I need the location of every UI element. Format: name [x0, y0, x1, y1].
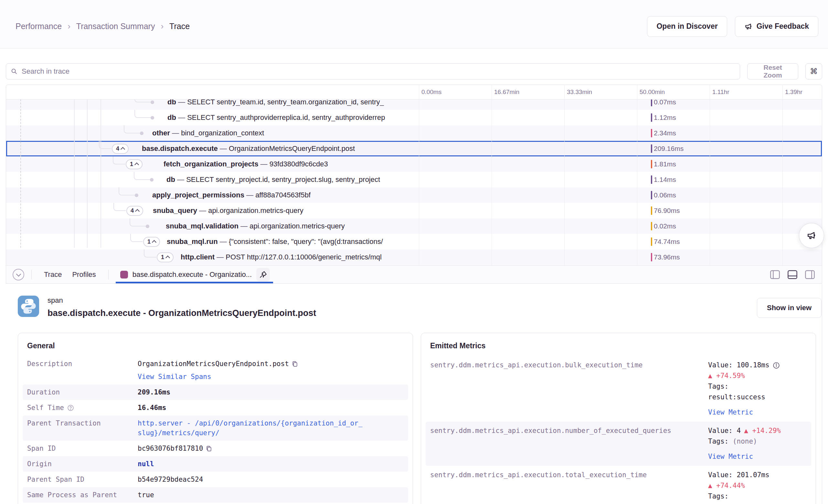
metric-tags-label: Tags: — [708, 382, 729, 390]
metric-row: sentry.ddm.metrics_api.execution.number_… — [426, 422, 811, 466]
detail-row: Description OrganizationMetricsQueryEndp… — [23, 356, 408, 384]
span-children-count-badge[interactable]: 1 — [143, 237, 160, 247]
open-in-discover-button[interactable]: Open in Discover — [647, 16, 727, 37]
reset-zoom-button[interactable]: Reset Zoom — [747, 63, 798, 80]
metric-delta: ▲ +74.44% — [708, 480, 807, 491]
trace-span-row[interactable]: 1 snuba_mql.run — {"consistent": false, … — [6, 234, 822, 249]
trace-span-row[interactable]: 1 fetch_organization_projects — 93fd380d… — [6, 156, 822, 172]
trace-span-row[interactable]: db — SELECT sentry_team.id, sentry_team.… — [6, 99, 822, 110]
tab-active-span[interactable]: base.dispatch.execute - Organizatio... — [116, 265, 273, 283]
trace-span-row[interactable]: 4 base.dispatch.execute — OrganizationMe… — [6, 141, 822, 156]
tree-connector — [99, 141, 111, 149]
chevron-up-icon — [134, 163, 139, 167]
detail-row-value: true — [138, 490, 154, 500]
shortcut-command-button[interactable]: ⌘ — [805, 63, 822, 80]
emitted-metrics-heading: Emitted Metrics — [430, 341, 807, 350]
detail-row: Parent Span ID b54e9729bdeac524 — [23, 472, 408, 487]
span-duration: 1.14ms — [651, 172, 676, 187]
help-icon[interactable] — [67, 403, 74, 411]
trace-span-row[interactable]: snuba_mql.validation — api.organization.… — [6, 218, 822, 234]
span-label: db — SELECT sentry_project.id, sentry_pr… — [166, 172, 380, 187]
detail-row: Same Process as Parent true — [23, 487, 408, 503]
floating-feedback-button[interactable] — [799, 223, 824, 248]
chevron-up-icon — [121, 147, 125, 152]
copy-icon[interactable] — [291, 361, 298, 367]
trace-span-row[interactable]: other — bind_organization_context 2.34ms — [6, 125, 822, 141]
span-label: http.client — POST http://127.0.0.1:1000… — [181, 249, 382, 265]
span-bar-tick — [651, 160, 652, 168]
tree-leaf-dot-icon — [151, 100, 154, 104]
span-color-swatch — [120, 271, 128, 279]
detail-row-label: Origin — [27, 459, 52, 469]
span-children-count-badge[interactable]: 1 — [157, 252, 173, 262]
metric-tags-label: Tags: — [708, 492, 729, 500]
metric-delta: ▲ +74.59% — [708, 371, 807, 381]
span-label: snuba_query — api.organization.metrics-q… — [153, 203, 303, 218]
tree-leaf-dot-icon — [150, 178, 154, 181]
divider — [108, 270, 109, 280]
metric-name: sentry.ddm.metrics_api.execution.number_… — [430, 425, 708, 462]
span-bar-tick — [651, 144, 652, 153]
breadcrumb-performance[interactable]: Performance — [15, 22, 62, 31]
view-metric-link[interactable]: View Metric — [708, 407, 753, 418]
tab-trace[interactable]: Trace — [39, 265, 67, 283]
span-label: base.dispatch.execute — OrganizationMetr… — [142, 141, 355, 156]
trace-span-row[interactable]: 1 http.client — POST http://127.0.0.1:10… — [6, 249, 822, 265]
span-label: other — bind_organization_context — [152, 125, 264, 141]
span-children-count-badge[interactable]: 1 — [126, 159, 142, 169]
collapse-drawer-button[interactable] — [13, 269, 24, 281]
give-feedback-button[interactable]: Give Feedback — [735, 16, 818, 37]
detail-row-label: Same Process as Parent — [27, 490, 117, 500]
layout-bottom-panel-button[interactable] — [786, 269, 798, 280]
span-duration: 1.81ms — [651, 156, 676, 172]
detail-row-value: bc963076bf817810 — [138, 444, 203, 453]
breadcrumb-trace: Trace — [169, 22, 190, 31]
pin-tab-button[interactable] — [256, 268, 270, 282]
metric-tags-label: Tags: — [708, 437, 729, 445]
span-title: base.dispatch.execute - OrganizationMetr… — [47, 308, 316, 318]
tree-leaf-dot-icon — [146, 224, 149, 228]
view-similar-spans-link[interactable]: View Similar Spans — [138, 372, 211, 382]
pin-icon — [259, 270, 267, 279]
metric-row: sentry.ddm.metrics_api.execution.total_e… — [426, 466, 811, 504]
view-metric-link[interactable]: View Metric — [708, 451, 753, 462]
tree-connector — [144, 249, 156, 257]
trace-rows-viewport[interactable]: db — SELECT sentry_team.id, sentry_team.… — [6, 99, 822, 266]
detail-row-value: null — [138, 459, 154, 469]
time-axis: 0.00ms16.67min33.33min50.00min1.11hr1.39… — [6, 85, 822, 99]
tab-profiles[interactable]: Profiles — [67, 265, 101, 283]
detail-row-value: http.server - /api/0/organizations/{orga… — [138, 418, 364, 438]
span-duration: 0.02ms — [651, 218, 676, 234]
trace-span-row[interactable]: db — SELECT sentry_authproviderreplica.i… — [6, 110, 822, 125]
layout-left-panel-button[interactable] — [769, 269, 781, 280]
time-axis-tick: 1.11hr — [712, 88, 729, 96]
layout-right-panel-button[interactable] — [804, 269, 816, 280]
span-detail-header: span base.dispatch.execute - Organizatio… — [18, 296, 316, 318]
span-label: db — SELECT sentry_authproviderreplica.i… — [167, 110, 385, 125]
tree-connector — [119, 187, 135, 196]
tree-leaf-dot-icon — [151, 116, 154, 120]
breadcrumb-separator-icon: › — [161, 21, 164, 31]
trace-search-box[interactable] — [6, 63, 740, 80]
span-duration: 1.12ms — [651, 110, 676, 125]
trace-waterfall-panel: 0.00ms16.67min33.33min50.00min1.11hr1.39… — [6, 85, 822, 284]
search-icon — [11, 68, 18, 75]
metric-tags-value: result:success — [708, 392, 807, 403]
span-children-count-badge[interactable]: 4 — [126, 206, 143, 216]
breadcrumb: Performance › Transaction Summary › Trac… — [15, 21, 190, 31]
span-duration: 0.07ms — [651, 99, 676, 110]
search-input[interactable] — [21, 67, 735, 76]
trace-span-row[interactable]: 4 snuba_query — api.organization.metrics… — [6, 203, 822, 218]
show-in-view-button[interactable]: Show in view — [757, 298, 822, 318]
trace-span-row[interactable]: db — SELECT sentry_project.id, sentry_pr… — [6, 172, 822, 187]
breadcrumb-transaction-summary[interactable]: Transaction Summary — [76, 22, 155, 31]
span-duration: 2.34ms — [651, 125, 676, 141]
info-icon[interactable] — [773, 362, 780, 369]
span-children-count-badge[interactable]: 4 — [112, 144, 129, 154]
span-bar-tick — [651, 253, 652, 261]
metric-tags-value: (none) — [733, 437, 757, 445]
span-duration: 0.06ms — [651, 187, 676, 203]
copy-icon[interactable] — [206, 445, 212, 452]
trace-span-row[interactable]: apply_project_permissions — aff88a704563… — [6, 187, 822, 203]
tree-connector — [134, 172, 150, 180]
